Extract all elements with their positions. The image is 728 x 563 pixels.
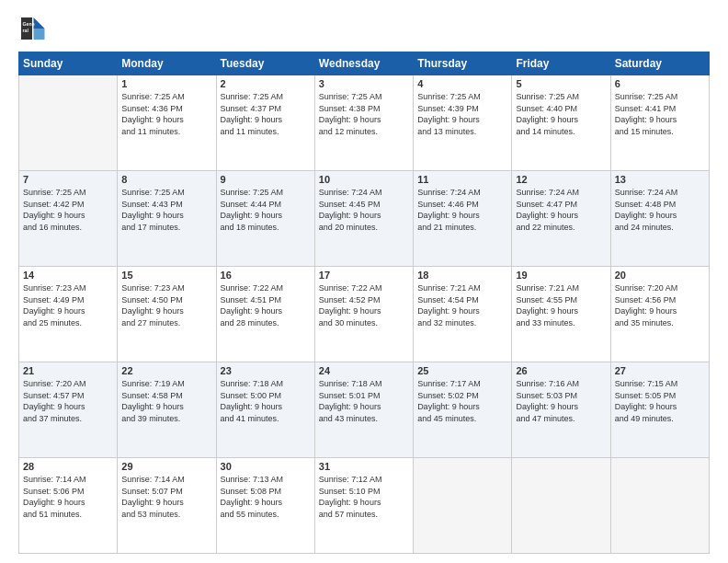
day-number: 25	[417, 365, 507, 376]
calendar-cell: 28Sunrise: 7:14 AM Sunset: 5:06 PM Dayli…	[19, 458, 118, 554]
day-number: 24	[319, 365, 409, 376]
day-number: 22	[121, 365, 211, 376]
day-number: 5	[516, 78, 606, 89]
day-info: Sunrise: 7:25 AM Sunset: 4:40 PM Dayligh…	[516, 91, 606, 137]
day-info: Sunrise: 7:24 AM Sunset: 4:48 PM Dayligh…	[615, 187, 705, 233]
day-number: 19	[516, 270, 606, 281]
day-number: 15	[121, 270, 211, 281]
day-info: Sunrise: 7:25 AM Sunset: 4:41 PM Dayligh…	[615, 91, 705, 137]
day-info: Sunrise: 7:20 AM Sunset: 4:56 PM Dayligh…	[615, 282, 705, 328]
calendar-cell: 31Sunrise: 7:12 AM Sunset: 5:10 PM Dayli…	[314, 458, 413, 554]
calendar-cell: 30Sunrise: 7:13 AM Sunset: 5:08 PM Dayli…	[216, 458, 314, 554]
calendar-cell: 10Sunrise: 7:24 AM Sunset: 4:45 PM Dayli…	[314, 171, 413, 267]
calendar-week-1: 1Sunrise: 7:25 AM Sunset: 4:36 PM Daylig…	[19, 75, 710, 171]
day-info: Sunrise: 7:21 AM Sunset: 4:54 PM Dayligh…	[417, 282, 507, 328]
calendar-cell: 4Sunrise: 7:25 AM Sunset: 4:39 PM Daylig…	[414, 75, 512, 171]
day-number: 8	[121, 174, 211, 185]
day-number: 7	[23, 174, 113, 185]
calendar-header-wednesday: Wednesday	[314, 52, 413, 75]
calendar-cell: 20Sunrise: 7:20 AM Sunset: 4:56 PM Dayli…	[610, 267, 709, 362]
day-number: 29	[121, 461, 211, 472]
calendar-cell: 8Sunrise: 7:25 AM Sunset: 4:43 PM Daylig…	[118, 171, 216, 267]
logo: Gene ral	[18, 15, 50, 42]
calendar-cell: 24Sunrise: 7:18 AM Sunset: 5:01 PM Dayli…	[314, 362, 413, 458]
day-number: 10	[319, 174, 409, 185]
calendar-cell: 11Sunrise: 7:24 AM Sunset: 4:46 PM Dayli…	[414, 171, 512, 267]
day-number: 30	[221, 461, 311, 472]
day-info: Sunrise: 7:23 AM Sunset: 4:50 PM Dayligh…	[121, 282, 211, 328]
calendar-week-2: 7Sunrise: 7:25 AM Sunset: 4:42 PM Daylig…	[19, 171, 710, 267]
calendar-cell: 18Sunrise: 7:21 AM Sunset: 4:54 PM Dayli…	[414, 267, 512, 362]
calendar-cell: 19Sunrise: 7:21 AM Sunset: 4:55 PM Dayli…	[512, 267, 610, 362]
calendar-cell: 27Sunrise: 7:15 AM Sunset: 5:05 PM Dayli…	[610, 362, 709, 458]
calendar-cell: 17Sunrise: 7:22 AM Sunset: 4:52 PM Dayli…	[314, 267, 413, 362]
svg-marker-1	[34, 29, 45, 40]
calendar-cell	[414, 458, 512, 554]
day-info: Sunrise: 7:25 AM Sunset: 4:42 PM Dayligh…	[23, 187, 113, 233]
calendar-week-4: 21Sunrise: 7:20 AM Sunset: 4:57 PM Dayli…	[19, 362, 710, 458]
logo-icon: Gene ral	[18, 15, 46, 42]
calendar-cell	[512, 458, 610, 554]
day-number: 11	[417, 174, 507, 185]
day-info: Sunrise: 7:25 AM Sunset: 4:44 PM Dayligh…	[221, 187, 311, 233]
day-info: Sunrise: 7:18 AM Sunset: 5:00 PM Dayligh…	[221, 378, 311, 424]
calendar-cell: 5Sunrise: 7:25 AM Sunset: 4:40 PM Daylig…	[512, 75, 610, 171]
calendar-header-saturday: Saturday	[610, 52, 709, 75]
day-number: 20	[615, 270, 705, 281]
calendar-header-friday: Friday	[512, 52, 610, 75]
day-number: 23	[221, 365, 311, 376]
day-number: 12	[516, 174, 606, 185]
day-info: Sunrise: 7:13 AM Sunset: 5:08 PM Dayligh…	[221, 474, 311, 520]
calendar-cell: 3Sunrise: 7:25 AM Sunset: 4:38 PM Daylig…	[314, 75, 413, 171]
day-info: Sunrise: 7:25 AM Sunset: 4:43 PM Dayligh…	[121, 187, 211, 233]
day-number: 17	[319, 270, 409, 281]
calendar-header-tuesday: Tuesday	[216, 52, 314, 75]
day-number: 16	[221, 270, 311, 281]
calendar-table: SundayMondayTuesdayWednesdayThursdayFrid…	[18, 52, 710, 554]
svg-text:ral: ral	[23, 28, 29, 33]
calendar-cell: 21Sunrise: 7:20 AM Sunset: 4:57 PM Dayli…	[19, 362, 118, 458]
day-info: Sunrise: 7:25 AM Sunset: 4:36 PM Dayligh…	[121, 91, 211, 137]
day-number: 9	[221, 174, 311, 185]
day-number: 4	[417, 78, 507, 89]
day-number: 1	[121, 78, 211, 89]
calendar-week-3: 14Sunrise: 7:23 AM Sunset: 4:49 PM Dayli…	[19, 267, 710, 362]
day-info: Sunrise: 7:18 AM Sunset: 5:01 PM Dayligh…	[319, 378, 409, 424]
calendar-cell: 26Sunrise: 7:16 AM Sunset: 5:03 PM Dayli…	[512, 362, 610, 458]
day-info: Sunrise: 7:15 AM Sunset: 5:05 PM Dayligh…	[615, 378, 705, 424]
calendar-cell: 23Sunrise: 7:18 AM Sunset: 5:00 PM Dayli…	[216, 362, 314, 458]
calendar-cell: 16Sunrise: 7:22 AM Sunset: 4:51 PM Dayli…	[216, 267, 314, 362]
calendar-cell: 25Sunrise: 7:17 AM Sunset: 5:02 PM Dayli…	[414, 362, 512, 458]
calendar-cell: 12Sunrise: 7:24 AM Sunset: 4:47 PM Dayli…	[512, 171, 610, 267]
day-info: Sunrise: 7:14 AM Sunset: 5:07 PM Dayligh…	[121, 474, 211, 520]
day-info: Sunrise: 7:23 AM Sunset: 4:49 PM Dayligh…	[23, 282, 113, 328]
calendar-week-5: 28Sunrise: 7:14 AM Sunset: 5:06 PM Dayli…	[19, 458, 710, 554]
calendar-cell: 22Sunrise: 7:19 AM Sunset: 4:58 PM Dayli…	[118, 362, 216, 458]
calendar-cell: 1Sunrise: 7:25 AM Sunset: 4:36 PM Daylig…	[118, 75, 216, 171]
calendar-cell: 29Sunrise: 7:14 AM Sunset: 5:07 PM Dayli…	[118, 458, 216, 554]
calendar-header-thursday: Thursday	[414, 52, 512, 75]
calendar-header-monday: Monday	[118, 52, 216, 75]
day-info: Sunrise: 7:22 AM Sunset: 4:51 PM Dayligh…	[221, 282, 311, 328]
calendar-cell: 14Sunrise: 7:23 AM Sunset: 4:49 PM Dayli…	[19, 267, 118, 362]
day-info: Sunrise: 7:20 AM Sunset: 4:57 PM Dayligh…	[23, 378, 113, 424]
day-number: 6	[615, 78, 705, 89]
calendar-cell: 15Sunrise: 7:23 AM Sunset: 4:50 PM Dayli…	[118, 267, 216, 362]
day-number: 26	[516, 365, 606, 376]
day-number: 14	[23, 270, 113, 281]
day-info: Sunrise: 7:25 AM Sunset: 4:37 PM Dayligh…	[221, 91, 311, 137]
day-info: Sunrise: 7:24 AM Sunset: 4:46 PM Dayligh…	[417, 187, 507, 233]
day-number: 18	[417, 270, 507, 281]
day-number: 3	[319, 78, 409, 89]
day-number: 13	[615, 174, 705, 185]
calendar-cell: 9Sunrise: 7:25 AM Sunset: 4:44 PM Daylig…	[216, 171, 314, 267]
day-info: Sunrise: 7:21 AM Sunset: 4:55 PM Dayligh…	[516, 282, 606, 328]
day-info: Sunrise: 7:24 AM Sunset: 4:45 PM Dayligh…	[319, 187, 409, 233]
day-info: Sunrise: 7:19 AM Sunset: 4:58 PM Dayligh…	[121, 378, 211, 424]
day-info: Sunrise: 7:25 AM Sunset: 4:39 PM Dayligh…	[417, 91, 507, 137]
day-number: 27	[615, 365, 705, 376]
day-info: Sunrise: 7:25 AM Sunset: 4:38 PM Dayligh…	[319, 91, 409, 137]
calendar-cell: 2Sunrise: 7:25 AM Sunset: 4:37 PM Daylig…	[216, 75, 314, 171]
header: Gene ral	[18, 15, 710, 42]
day-number: 28	[23, 461, 113, 472]
